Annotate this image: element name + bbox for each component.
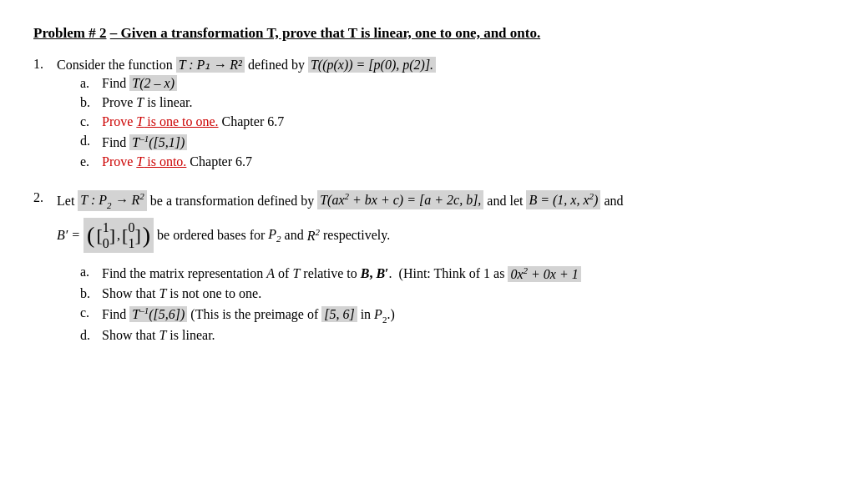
p2-a-letter: a. (80, 265, 97, 280)
p1-a-box: T(2 – x) (129, 75, 177, 91)
p1-formula-box: T((p(x)) = [p(0), p(2)]. (308, 57, 436, 73)
p2-R2: R2 (307, 227, 320, 244)
problem-2: 2. Let T : P2 → R2 be a transformation d… (33, 190, 822, 347)
p1-c-letter: c. (80, 114, 97, 129)
p1-e-red: Prove T is onto. (102, 154, 186, 169)
m00: 1 (103, 219, 109, 235)
p1-d-letter: d. (80, 134, 97, 149)
problem-1-content: 1. Consider the function T : P₁ → R² def… (33, 57, 822, 174)
p2-bases-line: B′ = ( [ 1 0 ] (57, 218, 624, 253)
big-right-paren: ) (143, 224, 150, 247)
problem-2-content: 2. Let T : P2 → R2 be a transformation d… (33, 190, 822, 347)
problem-1: 1. Consider the function T : P₁ → R² def… (33, 57, 822, 174)
p2-be2: be ordered bases for (157, 228, 265, 243)
p2-d-text: Show that T is linear. (102, 328, 215, 343)
p1-transform-box: T : P₁ → R² (176, 57, 245, 73)
p2-let: Let (57, 194, 74, 209)
p1-inner-list: a. Find T(2 – x) b. Prove T is linear. c… (80, 76, 436, 169)
p2-c-letter: c. (80, 305, 97, 320)
p1-text: Consider the function (57, 58, 173, 72)
p1-d-text: Find T–1([5,1]) (102, 134, 187, 150)
p2-num: 2. (33, 190, 52, 205)
p2-formula-box: T(ax2 + bx + c) = [a + 2c, b], (317, 190, 483, 209)
p1-item-b: b. Prove T is linear. (80, 95, 436, 110)
p1-e-letter: e. (80, 154, 97, 169)
p2-and2: and (604, 194, 623, 209)
big-left-paren: ( (87, 224, 94, 247)
p1-defined: defined by (248, 58, 308, 72)
m10: 0 (103, 235, 109, 251)
p2-B-box: B = (1, x, x2) (526, 190, 600, 209)
p1-c-text: Prove T is one to one. Chapter 6.7 (102, 114, 284, 129)
bracket-r2: ] (134, 224, 140, 246)
p2-transform-box: T : P2 → R2 (78, 190, 147, 211)
bracket-l2: [ (122, 224, 128, 246)
p2-be: be a transformation defined by (150, 194, 314, 209)
p2-body: Let T : P2 → R2 be a transformation defi… (57, 190, 624, 347)
p2-b-letter: b. (80, 286, 97, 301)
matrix-col1: [ 1 0 ] (96, 219, 115, 251)
p2-item-d: d. Show that T is linear. (80, 328, 624, 343)
p2-main-line: Let T : P2 → R2 be a transformation defi… (57, 190, 624, 211)
p2-item-b: b. Show that T is not one to one. (80, 286, 624, 301)
p2-and3: and (285, 228, 304, 243)
p2-Bprime-label: B′ = (57, 228, 80, 243)
p1-a-text: Find T(2 – x) (102, 76, 177, 91)
problem-title-bold: Problem # 2 (33, 25, 107, 41)
p1-body: Consider the function T : P₁ → R² define… (57, 57, 436, 174)
p1-d-box: T–1([5,1]) (129, 134, 187, 150)
p1-c-red: Prove T is one to one. (102, 114, 219, 129)
p2-item-c: c. Find T–1([5,6]) (This is the preimage… (80, 305, 624, 325)
m11: 1 (128, 235, 134, 251)
p2-and-let: and let (487, 194, 523, 209)
p1-a-letter: a. (80, 76, 97, 91)
p2-P2: P2 (268, 227, 281, 244)
p1-item-c: c. Prove T is one to one. Chapter 6.7 (80, 114, 436, 129)
page-content: Problem # 2 – Given a transformation T, … (33, 25, 822, 347)
p2-matrix-box: ( [ 1 0 ] , (83, 218, 154, 253)
col2-cells: 0 1 (128, 219, 134, 251)
m01: 0 (128, 219, 134, 235)
p1-item-d: d. Find T–1([5,1]) (80, 134, 436, 150)
p1-b-letter: b. (80, 95, 97, 110)
p2-d-letter: d. (80, 328, 97, 343)
p2-c-text: Find T–1([5,6]) (This is the preimage of… (102, 305, 395, 325)
matrix-col2: [ 0 1 ] (122, 219, 141, 251)
p2-c-box2: [5, 6] (321, 306, 357, 322)
p2-respectively: respectively. (323, 228, 390, 243)
p2-a-BB: B, B′ (361, 267, 389, 281)
p2-item-a: a. Find the matrix representation A of T… (80, 265, 624, 281)
col1-cells: 1 0 (103, 219, 109, 251)
bracket-r1: ] (109, 224, 115, 246)
p1-item-e: e. Prove T is onto. Chapter 6.7 (80, 154, 436, 169)
bracket-l1: [ (96, 224, 102, 246)
p2-b-text: Show that T is not one to one. (102, 286, 261, 301)
problem-intro: – Given a transformation T, prove that T… (110, 25, 540, 41)
outer-list: 1. Consider the function T : P₁ → R² def… (33, 57, 822, 347)
p2-a-hint-box: 0x2 + 0x + 1 (508, 266, 580, 282)
comma1: , (117, 228, 120, 243)
p2-a-text: Find the matrix representation A of T re… (102, 265, 581, 281)
p1-e-text: Prove T is onto. Chapter 6.7 (102, 154, 252, 169)
p1-b-text: Prove T is linear. (102, 95, 192, 110)
p2-c-box: T–1([5,6]) (129, 306, 187, 322)
p1-item-a: a. Find T(2 – x) (80, 76, 436, 91)
p1-num: 1. (33, 57, 52, 72)
p2-inner-list: a. Find the matrix representation A of T… (80, 265, 624, 343)
problem-title: Problem # 2 – Given a transformation T, … (33, 25, 822, 42)
